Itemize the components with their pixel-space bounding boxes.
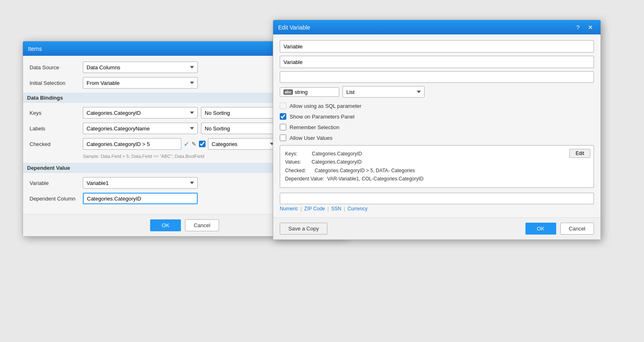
sep3: | bbox=[344, 206, 345, 212]
ssn-link[interactable]: SSN bbox=[331, 206, 341, 212]
allow-sql-label: Allow using as SQL parameter bbox=[290, 103, 361, 109]
keys-controls: Categories.CategoryID No Sorting bbox=[83, 107, 295, 119]
list-select[interactable]: List bbox=[343, 86, 425, 98]
type-badge: abc string bbox=[280, 87, 339, 97]
edit-var-close-button[interactable]: ✕ bbox=[585, 23, 596, 31]
remember-selection-checkbox[interactable] bbox=[280, 124, 286, 130]
show-params-checkbox[interactable] bbox=[280, 113, 286, 120]
info-keys-label: Keys: bbox=[285, 151, 297, 157]
info-checked-row: Checked: Categories.CategoryID > 5, DATA… bbox=[285, 166, 589, 175]
show-params-label: Show on Parameters Panel bbox=[290, 114, 354, 120]
variable-extra-input[interactable] bbox=[280, 71, 594, 83]
info-values-row: Values: Categories.CategoryID bbox=[285, 158, 589, 166]
mask-input[interactable] bbox=[280, 193, 594, 204]
allow-sql-row: Allow using as SQL parameter bbox=[280, 103, 594, 109]
allow-user-values-label: Allow User Values bbox=[290, 135, 333, 141]
checked-checkbox[interactable] bbox=[199, 141, 206, 147]
initial-selection-select[interactable]: From Variable bbox=[83, 77, 198, 89]
edit-pencil-icon[interactable]: ✎ bbox=[192, 141, 196, 147]
edit-var-help-button[interactable]: ? bbox=[574, 23, 582, 31]
mask-links: Numeric | ZIP Code | SSN | Currency bbox=[280, 206, 594, 212]
info-dependent-value: VAR-Variable1, COL-Categories.CategoryID bbox=[327, 176, 424, 182]
info-box: Edit Keys: Categories.CategoryID Values:… bbox=[280, 145, 594, 188]
zipcode-link[interactable]: ZIP Code bbox=[304, 206, 325, 212]
allow-user-values-row: Allow User Values bbox=[280, 135, 594, 141]
checked-controls: ✓ ✎ Categories bbox=[83, 138, 278, 150]
checked-expr-input[interactable] bbox=[83, 138, 181, 150]
type-badge-icon: abc bbox=[283, 89, 293, 95]
items-cancel-button[interactable]: Cancel bbox=[185, 219, 219, 231]
save-copy-button[interactable]: Save a Copy bbox=[280, 223, 327, 235]
remember-selection-label: Remember Selection bbox=[290, 124, 339, 130]
edit-var-titlebar: Edit Variable ? ✕ bbox=[273, 20, 601, 34]
type-select[interactable]: string bbox=[295, 89, 336, 95]
allow-user-values-checkbox[interactable] bbox=[280, 135, 286, 141]
keys-column-select[interactable]: Categories.CategoryID bbox=[83, 107, 198, 119]
check-icon[interactable]: ✓ bbox=[184, 140, 189, 148]
edit-variable-dialog: Edit Variable ? ✕ abc string List bbox=[273, 20, 601, 240]
info-keys-row: Keys: Categories.CategoryID bbox=[285, 150, 589, 158]
info-dependent-label: Dependent Value: bbox=[285, 176, 324, 182]
edit-var-titlebar-buttons: ? ✕ bbox=[574, 23, 596, 31]
sep2: | bbox=[327, 206, 329, 212]
info-values-label: Values: bbox=[285, 159, 301, 165]
info-checked-label: Checked: bbox=[285, 168, 306, 173]
dependent-column-select[interactable]: Categories.CategoryID bbox=[83, 193, 198, 204]
items-dialog-title: Items bbox=[28, 46, 42, 52]
checked-data-select[interactable]: Categories bbox=[208, 138, 278, 150]
info-dependent-row: Dependent Value: VAR-Variable1, COL-Cate… bbox=[285, 175, 589, 183]
checked-label: Checked bbox=[30, 141, 83, 147]
labels-column-select[interactable]: Categories.CategoryName bbox=[83, 123, 198, 134]
data-source-label: Data Source bbox=[30, 64, 83, 71]
edit-var-title: Edit Variable bbox=[278, 24, 310, 31]
dependent-column-label: Dependent Column bbox=[30, 196, 83, 202]
edit-var-ok-button[interactable]: OK bbox=[525, 223, 556, 235]
variable-desc-input[interactable] bbox=[280, 56, 594, 68]
labels-controls: Categories.CategoryName No Sorting bbox=[83, 123, 295, 134]
mask-input-row bbox=[280, 193, 594, 204]
currency-link[interactable]: Currency bbox=[347, 206, 368, 212]
data-source-select[interactable]: Data Columns bbox=[83, 62, 198, 73]
show-params-row: Show on Parameters Panel bbox=[280, 113, 594, 120]
numeric-link[interactable]: Numeric bbox=[280, 206, 298, 212]
labels-label: Labels bbox=[30, 125, 83, 132]
items-ok-button[interactable]: OK bbox=[150, 219, 181, 231]
info-checked-value: Categories.CategoryID > 5, DATA- Categor… bbox=[315, 168, 415, 173]
edit-var-footer: Save a Copy OK Cancel bbox=[273, 217, 601, 239]
variable-select[interactable]: Variable1 bbox=[83, 177, 198, 189]
edit-var-cancel-button[interactable]: Cancel bbox=[560, 223, 594, 235]
variable-label: Variable bbox=[30, 180, 83, 186]
type-row: abc string List bbox=[280, 86, 594, 98]
edit-var-footer-right: OK Cancel bbox=[525, 223, 594, 235]
allow-sql-checkbox[interactable] bbox=[280, 103, 286, 109]
remember-selection-row: Remember Selection bbox=[280, 124, 594, 130]
edit-var-dialog-body: abc string List Allow using as SQL param… bbox=[273, 34, 601, 217]
keys-label: Keys bbox=[30, 110, 83, 116]
variable-name-input[interactable] bbox=[280, 40, 594, 52]
sep1: | bbox=[301, 206, 302, 212]
info-keys-value: Categories.CategoryID bbox=[312, 151, 362, 157]
info-box-edit-button[interactable]: Edit bbox=[569, 149, 590, 158]
info-values-value: Categories.CategoryID bbox=[311, 159, 361, 165]
initial-selection-label: Initial Selection bbox=[30, 80, 83, 86]
